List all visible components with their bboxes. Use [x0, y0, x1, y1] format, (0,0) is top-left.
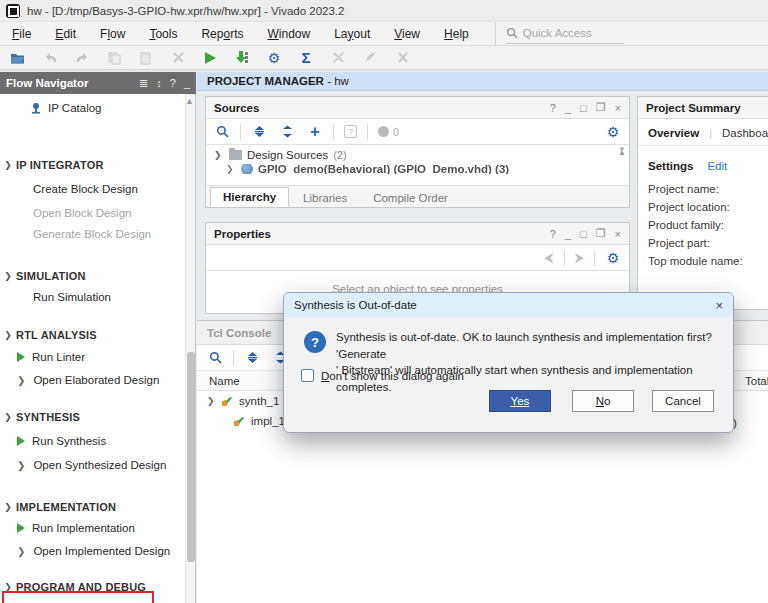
menu-view[interactable]: View	[382, 22, 432, 46]
sources-panel-header: Sources ? _ □ ❐ ×	[206, 97, 629, 119]
project-manager-title: PROJECT MANAGER	[207, 75, 324, 87]
scroll-up-icon[interactable]: ▲	[185, 96, 194, 106]
expand-all-icon[interactable]	[279, 124, 295, 140]
tab-tcl-console[interactable]: Tcl Console	[207, 327, 271, 339]
yes-button[interactable]: Yes	[489, 390, 551, 412]
missing-sources-badge: 0	[378, 126, 399, 138]
chevron-down-icon: ❯	[0, 330, 16, 340]
edit-link[interactable]: Edit	[707, 160, 727, 172]
menu-file[interactable]: File	[0, 22, 43, 46]
menu-reports[interactable]: Reports	[189, 22, 255, 46]
tab-hierarchy[interactable]: Hierarchy	[210, 187, 289, 207]
project-summary-title: Project Summary	[646, 102, 760, 114]
sidebar-item-run-implementation[interactable]: Run Implementation	[0, 520, 186, 536]
maximize-icon[interactable]: □	[580, 228, 587, 240]
dont-show-again-row[interactable]: Don't show this dialog again	[301, 369, 464, 382]
menu-tools[interactable]: Tools	[137, 22, 189, 46]
menu-help[interactable]: Help	[432, 22, 481, 46]
sidebar-item-run-synthesis[interactable]: Run Synthesis	[0, 433, 186, 449]
sidebar-item-open-implemented-design[interactable]: ❯Open Implemented Design	[0, 543, 186, 559]
help-icon[interactable]: ?	[550, 228, 556, 240]
sources-toolbar: + ? 0 ⚙	[206, 119, 629, 145]
scrollbar-thumb[interactable]	[187, 352, 195, 562]
open-folder-icon[interactable]	[10, 50, 26, 66]
edit-disabled-icon	[362, 50, 378, 66]
chevron-down-icon: ❯	[0, 582, 16, 592]
sidebar-item-ip-catalog[interactable]: IP Catalog	[0, 100, 186, 116]
dialog-titlebar[interactable]: Synthesis is Out-of-date ×	[284, 293, 733, 317]
back-arrow-icon: ⮜	[544, 250, 553, 266]
run-icon[interactable]	[202, 50, 218, 66]
float-icon[interactable]: ❐	[596, 227, 606, 240]
close-icon[interactable]: ×	[615, 102, 621, 114]
menu-window[interactable]: Window	[255, 22, 322, 46]
tab-compile-order[interactable]: Compile Order	[361, 189, 460, 207]
sources-tabs: Hierarchy Libraries Compile Order	[206, 185, 629, 207]
synthesis-out-of-date-dialog: Synthesis is Out-of-date × ? Synthesis i…	[283, 292, 734, 433]
sidebar-item-run-linter[interactable]: Run Linter	[0, 349, 186, 365]
chevron-right-icon: ❯	[17, 460, 25, 471]
minimize-icon[interactable]: _	[565, 228, 571, 240]
window-title: hw - [D:/tmp/Basys-3-GPIO-hw.xpr/hw/hw.x…	[27, 5, 344, 17]
menu-layout[interactable]: Layout	[322, 22, 382, 46]
window-titlebar: hw - [D:/tmp/Basys-3-GPIO-hw.xpr/hw/hw.x…	[0, 0, 768, 22]
cancel-button[interactable]: Cancel	[652, 390, 714, 412]
collapse-all-icon[interactable]	[251, 124, 267, 140]
float-icon[interactable]: ❐	[596, 101, 606, 114]
chevron-down-icon: ❯	[0, 271, 16, 281]
help-icon[interactable]: ?	[550, 102, 556, 114]
sidebar-item-create-block-design[interactable]: Create Block Design	[0, 181, 186, 197]
main-toolbar: ⚙ Σ	[0, 46, 768, 70]
chevron-down-icon: ❯	[214, 150, 224, 160]
chevron-right-icon: ❯	[17, 375, 25, 386]
sidebar-item-open-block-design: Open Block Design	[0, 205, 186, 221]
sidebar-section-program-and-debug[interactable]: ❯ PROGRAM AND DEBUG	[0, 579, 186, 595]
run-complete-outdated-icon: ✔	[235, 414, 245, 428]
maximize-icon[interactable]: □	[580, 102, 587, 114]
tab-dashboard[interactable]: Dashboard	[722, 127, 768, 139]
flow-settings-icon[interactable]: ≣	[139, 77, 148, 90]
settings-gear-icon[interactable]: ⚙	[266, 50, 282, 66]
close-icon[interactable]: ×	[615, 228, 621, 240]
chevron-down-icon: ❯	[0, 160, 16, 170]
column-total[interactable]: Total	[745, 375, 768, 387]
sidebar-scrollbar[interactable]	[185, 94, 195, 603]
chevron-right-icon: ❯	[226, 164, 236, 174]
sidebar-section-ip-integrator[interactable]: ❯ IP INTEGRATOR	[0, 157, 186, 173]
quick-access-placeholder: Quick Access	[523, 27, 592, 39]
sources-settings-gear-icon[interactable]: ⚙	[605, 124, 621, 140]
sidebar-item-generate-block-design: Generate Block Design	[0, 226, 186, 242]
dont-show-again-checkbox[interactable]	[301, 369, 314, 382]
sidebar-section-simulation[interactable]: ❯ SIMULATION	[0, 268, 186, 284]
expand-collapse-icon[interactable]: ↕	[156, 77, 162, 89]
help-icon[interactable]: ?	[170, 77, 176, 89]
report-sigma-icon[interactable]: Σ	[298, 50, 314, 66]
no-button[interactable]: No	[572, 390, 634, 412]
minimize-panel-icon[interactable]: _	[184, 77, 190, 89]
sidebar-item-run-simulation[interactable]: Run Simulation	[0, 289, 186, 305]
tree-row-gpio-demo[interactable]: ❯ GPIO_demo(Behavioral) (GPIO_Demo.vhd) …	[206, 164, 629, 174]
sidebar-section-synthesis[interactable]: ❯ SYNTHESIS	[0, 409, 186, 425]
menu-edit[interactable]: Edit	[43, 22, 88, 46]
flow-navigator-header: Flow Navigator ≣ ↕ ? _	[0, 72, 196, 94]
sidebar-item-open-synthesized-design[interactable]: ❯Open Synthesized Design	[0, 457, 186, 473]
collapse-all-icon[interactable]	[244, 350, 260, 366]
generate-bitstream-icon[interactable]	[234, 50, 250, 66]
properties-settings-gear-icon[interactable]: ⚙	[605, 250, 621, 266]
column-name[interactable]: Name	[197, 375, 240, 387]
add-sources-icon[interactable]: +	[307, 124, 323, 140]
quick-access-search[interactable]: Quick Access	[495, 22, 625, 46]
search-icon[interactable]	[207, 350, 223, 366]
close-disabled-icon	[394, 50, 410, 66]
tab-libraries[interactable]: Libraries	[291, 189, 359, 207]
tab-overview[interactable]: Overview	[648, 127, 699, 139]
sidebar-section-implementation[interactable]: ❯ IMPLEMENTATION	[0, 499, 186, 515]
sidebar-item-open-elaborated-design[interactable]: ❯Open Elaborated Design	[0, 372, 186, 388]
minimize-icon[interactable]: _	[565, 102, 571, 114]
dialog-close-icon[interactable]: ×	[715, 298, 723, 313]
sidebar-section-rtl-analysis[interactable]: ❯ RTL ANALYSIS	[0, 327, 186, 343]
search-icon[interactable]	[214, 124, 230, 140]
tree-row-design-sources[interactable]: ❯ Design Sources (2) ▲	[206, 145, 629, 164]
field-product-family: Product family:	[638, 216, 768, 234]
menu-flow[interactable]: Flow	[88, 22, 137, 46]
